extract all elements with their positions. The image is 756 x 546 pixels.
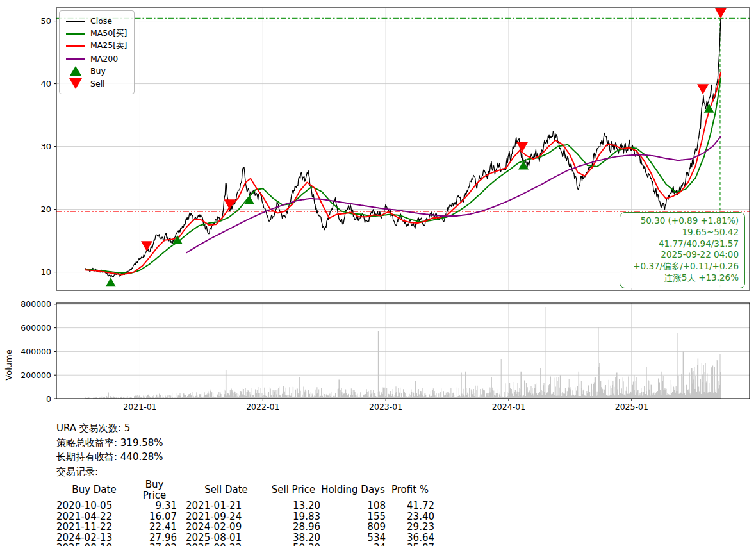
table-cell: 36.64 bbox=[386, 533, 434, 543]
svg-text:800000: 800000 bbox=[21, 299, 51, 309]
svg-text:2021-01: 2021-01 bbox=[123, 402, 156, 411]
table-cell: 19.83 bbox=[267, 511, 320, 522]
summary-line: URA 交易次数: 5 bbox=[56, 421, 441, 436]
trade-records-table: Buy DateBuy PriceSell DateSell PriceHold… bbox=[56, 479, 434, 546]
chart-legend: CloseMA50[买]MA25[卖]MA200BuySell bbox=[59, 10, 135, 94]
line-swatch bbox=[65, 21, 86, 22]
table-cell: 2024-02-09 bbox=[177, 522, 267, 533]
table-cell: 2021-11-22 bbox=[56, 522, 132, 533]
table-cell: 9.31 bbox=[132, 500, 177, 511]
legend-label: MA200 bbox=[90, 54, 118, 63]
svg-text:10: 10 bbox=[40, 267, 51, 277]
legend-item-buy: Buy bbox=[65, 65, 127, 78]
price-info-line: 41.77/40.94/31.57 bbox=[626, 238, 739, 250]
table-cell: 23.40 bbox=[386, 511, 434, 522]
table-row: 2020-10-059.312021-01-2113.2010841.72 bbox=[56, 500, 434, 511]
price-info-line: 50.30 (+0.89 +1.81%) bbox=[626, 215, 739, 227]
legend-item-close: Close bbox=[65, 15, 127, 28]
column-header: Sell Price bbox=[267, 479, 320, 500]
svg-text:200000: 200000 bbox=[21, 370, 51, 380]
svg-text:40: 40 bbox=[40, 79, 51, 88]
table-cell: 2020-10-05 bbox=[56, 500, 132, 511]
table-cell: 2025-09-22 bbox=[177, 543, 267, 546]
column-header: Buy Price bbox=[132, 479, 177, 500]
table-cell: 28.96 bbox=[267, 522, 320, 533]
triangle-up-icon bbox=[65, 66, 86, 76]
table-cell: 155 bbox=[320, 511, 386, 522]
svg-text:20: 20 bbox=[40, 204, 51, 214]
table-cell: 38.20 bbox=[267, 533, 320, 543]
table-cell: 35.87 bbox=[386, 543, 434, 546]
svg-text:600000: 600000 bbox=[21, 323, 51, 333]
price-info-line: 连涨5天 +13.26% bbox=[626, 272, 739, 284]
svg-text:400000: 400000 bbox=[21, 347, 51, 356]
table-row: 2024-02-1327.962025-08-0138.2053436.64 bbox=[56, 533, 434, 543]
svg-text:2024-01: 2024-01 bbox=[492, 402, 525, 411]
table-cell: 29.23 bbox=[386, 522, 434, 533]
table-cell: 27.96 bbox=[132, 533, 177, 543]
legend-label: Buy bbox=[90, 66, 106, 76]
table-cell: 50.30 bbox=[267, 543, 320, 546]
table-cell: 34 bbox=[320, 543, 386, 546]
summary-line: 策略总收益率: 319.58% bbox=[56, 436, 441, 451]
table-cell: 22.41 bbox=[132, 522, 177, 533]
svg-text:0: 0 bbox=[46, 394, 51, 404]
svg-text:2025-01: 2025-01 bbox=[615, 402, 648, 411]
legend-label: Sell bbox=[90, 79, 105, 88]
table-cell: 2021-01-21 bbox=[177, 500, 267, 511]
table-row: 2021-04-2216.072021-09-2419.8315523.40 bbox=[56, 511, 434, 522]
table-header-row: Buy DateBuy PriceSell DateSell PriceHold… bbox=[56, 479, 434, 500]
table-cell: 13.20 bbox=[267, 500, 320, 511]
table-cell: 41.72 bbox=[386, 500, 434, 511]
legend-label: Close bbox=[90, 16, 112, 26]
price-info-line: 2025-09-22 04:00 bbox=[626, 249, 739, 261]
table-cell: 534 bbox=[320, 533, 386, 543]
summary-line: 长期持有收益: 440.28% bbox=[56, 450, 441, 465]
table-row: 2021-11-2222.412024-02-0928.9680929.23 bbox=[56, 522, 434, 533]
table-row: 2025-08-1937.022025-09-2250.303435.87 bbox=[56, 543, 434, 546]
legend-item-ma200: MA200 bbox=[65, 53, 127, 65]
table-cell: 16.07 bbox=[132, 511, 177, 522]
table-cell: 108 bbox=[320, 500, 386, 511]
svg-text:30: 30 bbox=[40, 142, 51, 151]
strategy-report: URA 交易次数: 5策略总收益率: 319.58%长期持有收益: 440.28… bbox=[56, 421, 441, 546]
strategy-summary: URA 交易次数: 5策略总收益率: 319.58%长期持有收益: 440.28… bbox=[56, 421, 441, 479]
triangle-down-icon bbox=[65, 78, 86, 89]
table-cell: 809 bbox=[320, 522, 386, 533]
legend-item-ma50-: MA50[买] bbox=[65, 28, 127, 40]
svg-text:2023-01: 2023-01 bbox=[369, 402, 402, 411]
column-header: Buy Date bbox=[56, 479, 132, 500]
column-header: Profit % bbox=[386, 479, 434, 500]
line-swatch bbox=[65, 33, 86, 35]
price-info-line: 19.65~50.42 bbox=[626, 227, 739, 238]
legend-item-sell: Sell bbox=[65, 78, 127, 90]
svg-text:Volume: Volume bbox=[4, 349, 13, 380]
table-cell: 2025-08-19 bbox=[56, 543, 132, 546]
column-header: Sell Date bbox=[177, 479, 267, 500]
line-swatch bbox=[65, 46, 86, 47]
column-header: Holding Days bbox=[320, 479, 386, 500]
price-info-box: 50.30 (+0.89 +1.81%)19.65~50.4241.77/40.… bbox=[620, 212, 745, 288]
table-cell: 2021-09-24 bbox=[177, 511, 267, 522]
price-info-line: +0.37/偏多/+0.11/+0.26 bbox=[626, 261, 739, 272]
legend-label: MA25[卖] bbox=[90, 40, 127, 51]
legend-label: MA50[买] bbox=[90, 28, 127, 39]
table-cell: 2024-02-13 bbox=[56, 533, 132, 543]
legend-item-ma25-: MA25[卖] bbox=[65, 40, 127, 53]
stock-strategy-figure: 102030405002000004000006000008000002021-… bbox=[0, 0, 756, 546]
summary-line: 交易记录: bbox=[56, 465, 441, 479]
line-swatch bbox=[65, 58, 86, 60]
svg-text:2022-01: 2022-01 bbox=[246, 402, 279, 411]
table-cell: 2021-04-22 bbox=[56, 511, 132, 522]
table-cell: 2025-08-01 bbox=[177, 533, 267, 543]
table-cell: 37.02 bbox=[132, 543, 177, 546]
svg-text:50: 50 bbox=[40, 16, 51, 26]
